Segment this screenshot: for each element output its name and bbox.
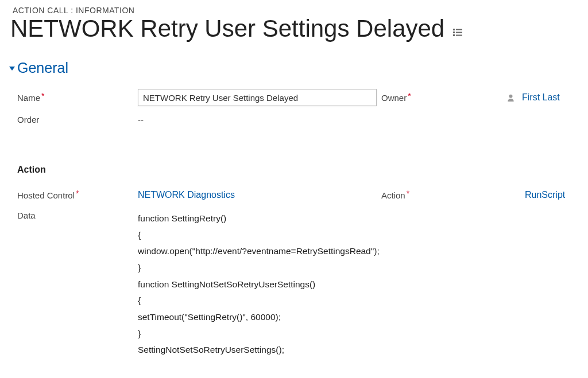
owner-value: First Last [506, 92, 588, 103]
label-action: Action* [381, 190, 525, 200]
svg-point-8 [509, 94, 513, 98]
required-mark: * [408, 91, 411, 100]
svg-rect-3 [456, 32, 462, 33]
required-mark: * [41, 91, 44, 100]
data-value[interactable]: function SettingRetry() { window.open("h… [138, 211, 380, 358]
label-hosted-control: Hosted Control* [17, 190, 138, 200]
page-title-row: NETWORK Retry User Settings Delayed [0, 15, 588, 42]
label-owner: Owner* [381, 93, 427, 103]
breadcrumb: ACTION CALL : INFORMATION [0, 0, 588, 15]
row-hosted-control: Hosted Control* NETWORK Diagnostics Acti… [17, 185, 588, 205]
svg-rect-2 [453, 32, 455, 33]
collapse-icon [8, 64, 16, 72]
section-title-general: General [17, 60, 68, 76]
svg-rect-0 [453, 29, 455, 30]
label-name: Name* [17, 93, 138, 103]
hosted-control-link[interactable]: NETWORK Diagnostics [138, 190, 235, 200]
action-subheading: Action [0, 131, 588, 185]
label-data: Data [17, 211, 138, 220]
title-menu-icon[interactable] [452, 28, 463, 36]
order-value[interactable]: -- [138, 115, 588, 124]
section-header-general[interactable]: General [0, 42, 588, 76]
row-order: Order -- [17, 110, 588, 129]
row-name: Name* Owner* First Last [17, 88, 588, 107]
action-body: Hosted Control* NETWORK Diagnostics Acti… [0, 185, 588, 358]
page-title: NETWORK Retry User Settings Delayed [10, 15, 444, 42]
required-mark: * [76, 189, 79, 198]
svg-marker-7 [9, 67, 15, 71]
form-body: Name* Owner* First Last Order -- [0, 76, 588, 129]
action-link[interactable]: RunScript [525, 190, 565, 200]
svg-rect-1 [456, 29, 462, 30]
name-input[interactable] [138, 89, 377, 106]
svg-rect-4 [453, 34, 455, 36]
owner-link[interactable]: First Last [522, 92, 560, 103]
row-data: Data function SettingRetry() { window.op… [17, 207, 588, 358]
required-mark: * [407, 189, 409, 198]
label-order: Order [17, 115, 138, 124]
person-icon [506, 93, 515, 102]
svg-rect-5 [456, 35, 462, 36]
